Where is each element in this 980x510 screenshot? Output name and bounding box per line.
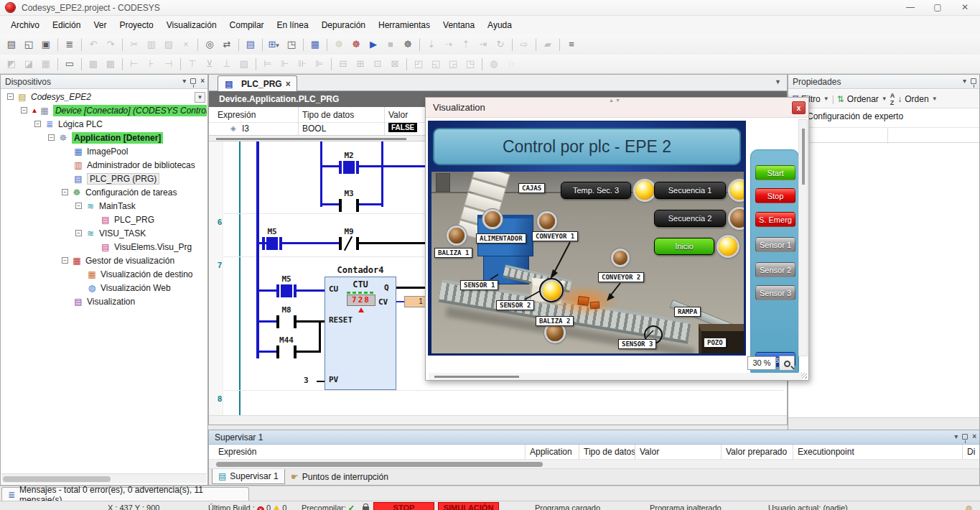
chevron-down-icon[interactable]: ▼ [882,96,887,102]
hmi-button-stop[interactable]: Stop [755,188,795,203]
copy-icon[interactable]: ▥ [144,37,159,52]
save-icon[interactable]: ▣ [38,37,54,52]
maximize-button[interactable]: ▢ [927,1,948,14]
tree-expander-icon[interactable]: − [62,257,68,264]
send-back-icon[interactable]: ◱ [428,56,444,72]
tree-item-codesys-epe2[interactable]: −▤Codesys_EPE2 [1,90,207,103]
sort-button[interactable]: Ordenar [847,94,879,104]
contact-m44[interactable] [276,346,297,358]
order-button[interactable]: Orden [905,94,928,104]
new-visualization-icon[interactable]: ⊞▼ [266,37,282,52]
same-height-icon[interactable]: ⊩ [277,56,293,72]
run-to-cursor-icon[interactable]: ⇥ [475,37,491,52]
visualization-zoom-level[interactable]: 30 % [747,356,776,370]
menu-edición[interactable]: Edición [46,17,87,33]
align-bottom-icon[interactable]: ⊥ [219,56,235,72]
print-icon[interactable]: ≣ [62,37,78,52]
editor-hscrollbar[interactable] [209,415,787,425]
align-center-icon[interactable]: ⊦ [144,56,159,72]
chevron-down-icon[interactable]: ▼ [823,96,829,102]
find-icon[interactable]: ◎ [202,37,218,52]
step-into-icon[interactable]: ⇣ [424,37,439,52]
hmi-button-sensor-1[interactable]: Sensor 1 [755,237,795,252]
contact-m3[interactable] [339,199,359,212]
close-button[interactable]: ✕ [954,1,976,14]
contact-m9[interactable] [339,237,359,250]
tree-item-gestor-de-visualizaci-n[interactable]: −▦Gestor de visualización [1,254,207,267]
move-up-icon[interactable]: ◲ [445,56,461,72]
visualization-zoom-button[interactable] [779,356,795,371]
edit-object-icon[interactable]: ◩ [4,56,19,72]
tree-item-configuraci-n-de-tareas[interactable]: −☸Configuración de tareas [1,185,207,199]
watch-col-0[interactable]: Expresión [218,110,256,120]
menu-ventana[interactable]: Ventana [437,17,481,33]
snap-grid-icon[interactable]: ▧ [236,56,252,72]
tree-expander-icon[interactable]: − [62,189,68,195]
align-right-icon[interactable]: ⊣ [161,56,177,72]
tree-item-imagepool[interactable]: ▦ImagePool [1,144,207,158]
close-icon[interactable]: × [200,77,205,85]
delete-icon[interactable]: × [178,37,194,52]
watch-panel-col-3[interactable]: Valor [640,447,659,457]
tab-overflow-icon[interactable]: ▼ [775,78,781,85]
hmi-pill-temp-sec-3[interactable]: Temp. Sec. 3 [561,182,631,199]
chevron-down-icon[interactable]: ▼ [932,96,938,102]
stretch-c-icon[interactable]: ⊡ [370,56,386,72]
clipboard-icon[interactable]: ▤ [243,37,258,52]
watch-panel-col-4[interactable]: Valor preparado [726,447,787,457]
build-icon[interactable]: ☸ [331,37,347,52]
tree-item-device-conectado-codesys-control-win[interactable]: −▲▦Device [Conectado] (CODESYS Control W… [1,103,207,117]
panel-dropdown-icon[interactable]: ▾ [963,77,966,85]
menu-ayuda[interactable]: Ayuda [481,17,518,33]
col-divider[interactable] [962,445,963,460]
col-divider[interactable] [635,445,635,460]
tree-item-visualizaci-n-web[interactable]: ◍Visualización Web [1,281,207,295]
tree-expander-icon[interactable]: − [34,121,41,127]
replace-icon[interactable]: ⇄ [219,37,235,52]
bottom-tab-puntos-de-interrupci-n[interactable]: ☛Puntos de interrupción [285,469,394,484]
hmi-button-s-emerg[interactable]: S. Emerg [755,212,795,227]
pin-icon[interactable] [962,434,968,440]
table-view-icon[interactable]: ▦ [38,56,54,72]
tree-item-visuelems-visu-prg[interactable]: ▤VisuElems.Visu_Prg [1,240,207,254]
menu-compilar[interactable]: Compilar [223,17,271,33]
ungroup-icon[interactable]: ◌ [503,56,519,72]
tree-expander-icon[interactable]: − [48,134,55,141]
watch-col-1[interactable]: Tipo de datos [302,110,354,120]
visualization-title-bar[interactable]: Visualization ▲▼ x [426,98,808,118]
menu-ver[interactable]: Ver [87,17,113,33]
tree-expander-icon[interactable]: − [75,203,82,209]
size-to-grid-icon[interactable]: ⊫ [312,56,327,72]
keyboard-icon[interactable]: ▭ [62,56,78,72]
col-divider[interactable] [525,445,526,460]
tab-plc-prg[interactable]: ▤ PLC_PRG × [218,75,297,91]
stretch-b-icon[interactable]: ⊞ [353,56,368,72]
col-divider[interactable] [793,445,793,460]
stop-icon[interactable]: ■ [383,37,398,52]
panel-dropdown-icon[interactable]: ▾ [182,77,186,85]
new-file-icon[interactable]: ▤ [4,37,19,52]
visualization-hscrollbar[interactable] [429,373,802,380]
move-down-icon[interactable]: ◳ [462,56,478,72]
col-divider[interactable] [721,445,722,460]
bottom-tab-supervisar-1[interactable]: ▤Supervisar 1 [212,469,285,484]
messages-tab[interactable]: ≣ Mensajes - total 0 error(es), 0 advert… [1,487,249,501]
tree-expander-icon[interactable]: − [7,93,14,100]
contact-m8[interactable] [276,315,297,328]
edit-interface-icon[interactable]: ◪ [21,56,37,72]
run-icon[interactable]: ▶ [365,37,381,52]
align-middle-icon[interactable]: ⊻ [202,56,218,72]
redo-icon[interactable]: ↷ [103,37,118,52]
same-size-icon[interactable]: ⊪ [294,56,310,72]
ctu-function-block[interactable]: CTU728CURESETPVQCV [325,277,396,390]
visualization-vscrollbar[interactable] [798,119,808,356]
watch-panel-col-0[interactable]: Expresión [218,447,256,457]
watch-panel-col-5[interactable]: Executionpoint [798,447,854,457]
visual-elements-icon[interactable]: ▦ [307,37,323,52]
menu-en-línea[interactable]: En línea [271,17,315,33]
align-left-icon[interactable]: ⊢ [126,56,142,72]
flow-control-icon[interactable]: ▰ [540,37,556,52]
watch-hscrollbar[interactable] [209,460,979,469]
tree-expander-icon[interactable]: − [75,230,82,236]
tree-item-plc-prg-prg-[interactable]: ▤PLC_PRG (PRG) [1,172,207,185]
